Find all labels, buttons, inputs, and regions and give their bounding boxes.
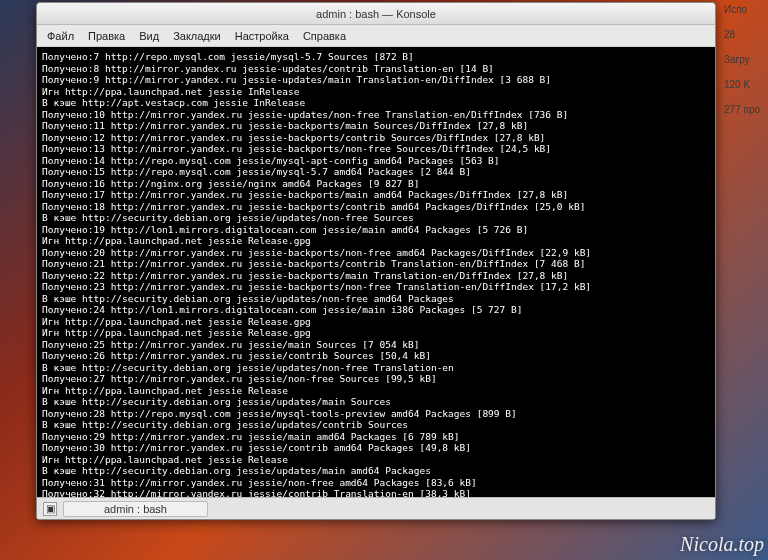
window-titlebar[interactable]: admin : bash — Konsole — [37, 3, 715, 25]
menu-file[interactable]: Файл — [47, 25, 74, 46]
menu-edit[interactable]: Правка — [88, 25, 125, 46]
side-load-value: 120 K — [724, 79, 766, 90]
konsole-window: admin : bash — Konsole Файл Правка Вид З… — [36, 2, 716, 520]
terminal-output[interactable]: Получено:7 http://repo.mysql.com jessie/… — [37, 47, 715, 497]
side-procs: 277 про — [724, 104, 766, 115]
tab-admin-bash[interactable]: admin : bash — [63, 501, 208, 517]
menu-bookmarks[interactable]: Закладки — [173, 25, 221, 46]
side-load-label: Загру — [724, 54, 766, 65]
new-tab-icon[interactable]: ▣ — [43, 502, 57, 516]
menu-help[interactable]: Справка — [303, 25, 346, 46]
menubar: Файл Правка Вид Закладки Настройка Справ… — [37, 25, 715, 47]
side-cpu: 28 — [724, 29, 766, 40]
menu-view[interactable]: Вид — [139, 25, 159, 46]
side-heading: Испо — [724, 4, 766, 15]
system-monitor-panel: Испо 28 Загру 120 K 277 про — [722, 0, 768, 560]
window-title: admin : bash — Konsole — [316, 8, 436, 20]
watermark-text: Nicola.top — [680, 533, 764, 556]
menu-settings[interactable]: Настройка — [235, 25, 289, 46]
tab-bar: ▣ admin : bash — [37, 497, 715, 519]
